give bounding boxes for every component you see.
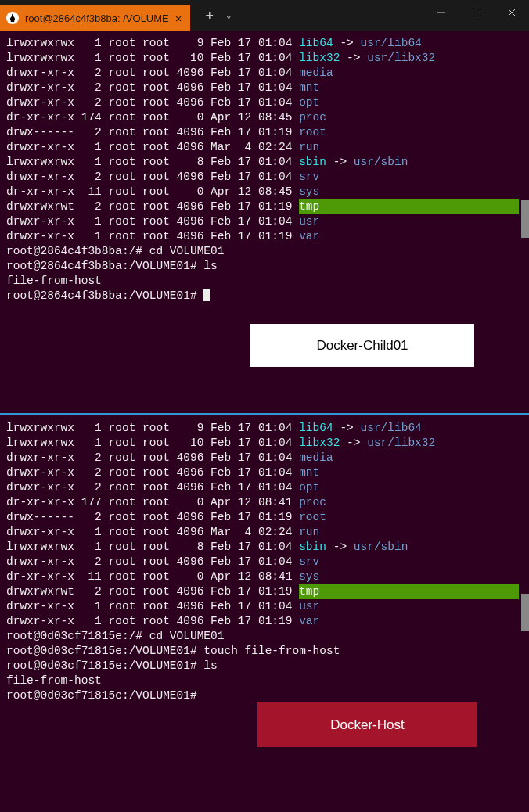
tab-dropdown-icon[interactable]: ⌄ bbox=[226, 9, 232, 23]
prompt-line: root@2864c4f3b8ba:/VOLUME01# bbox=[6, 289, 523, 304]
ls-row: lrwxrwxrwx 1 root root 9 Feb 17 01:04 li… bbox=[6, 421, 523, 436]
annotation-docker-host: Docker-Host bbox=[257, 702, 477, 747]
window-titlebar: root@2864c4f3b8ba: /VOLUME × + ⌄ bbox=[0, 0, 529, 31]
cursor bbox=[203, 289, 210, 301]
ls-row: drwxr-xr-x 1 root root 4096 Mar 4 02:24 … bbox=[6, 525, 523, 540]
ls-row: drwxr-xr-x 2 root root 4096 Feb 17 01:04… bbox=[6, 555, 523, 569]
ls-row: drwxrwxrwt 2 root root 4096 Feb 17 01:19… bbox=[6, 584, 523, 599]
ls-row: drwxr-xr-x 1 root root 4096 Feb 17 01:19… bbox=[6, 229, 523, 244]
ls-row: drwxr-xr-x 2 root root 4096 Feb 17 01:04… bbox=[6, 81, 523, 95]
ls-row: drwxr-xr-x 1 root root 4096 Feb 17 01:04… bbox=[6, 214, 523, 229]
ls-row: drwx------ 2 root root 4096 Feb 17 01:19… bbox=[6, 125, 523, 140]
scrollbar-thumb-bottom[interactable] bbox=[521, 594, 529, 631]
ls-row: lrwxrwxrwx 1 root root 10 Feb 17 01:04 l… bbox=[6, 436, 523, 451]
prompt-line: root@2864c4f3b8ba:/VOLUME01# ls bbox=[6, 259, 523, 274]
svg-rect-1 bbox=[473, 9, 480, 16]
ls-row: drwxr-xr-x 2 root root 4096 Feb 17 01:04… bbox=[6, 451, 523, 465]
ls-row: lrwxrwxrwx 1 root root 9 Feb 17 01:04 li… bbox=[6, 36, 523, 51]
prompt-line: root@2864c4f3b8ba:/# cd VOLUME01 bbox=[6, 244, 523, 259]
close-tab-icon[interactable]: × bbox=[175, 11, 182, 26]
command-output: file-from-host bbox=[6, 274, 523, 289]
linux-icon bbox=[6, 12, 19, 24]
ls-row: dr-xr-xr-x 11 root root 0 Apr 12 08:45 s… bbox=[6, 185, 523, 199]
ls-row: drwx------ 2 root root 4096 Feb 17 01:19… bbox=[6, 510, 523, 525]
ls-row: drwxrwxrwt 2 root root 4096 Feb 17 01:19… bbox=[6, 199, 523, 214]
prompt-line: root@0d03cf71815e:/# cd VOLUME01 bbox=[6, 629, 523, 644]
prompt-line: root@0d03cf71815e:/VOLUME01# ls bbox=[6, 659, 523, 674]
scrollbar-thumb-top[interactable] bbox=[521, 200, 529, 238]
ls-row: dr-xr-xr-x 11 root root 0 Apr 12 08:41 s… bbox=[6, 569, 523, 584]
ls-row: lrwxrwxrwx 1 root root 8 Feb 17 01:04 sb… bbox=[6, 155, 523, 170]
minimize-button[interactable] bbox=[423, 0, 459, 25]
ls-row: drwxr-xr-x 2 root root 4096 Feb 17 01:04… bbox=[6, 480, 523, 495]
ls-row: drwxr-xr-x 2 root root 4096 Feb 17 01:04… bbox=[6, 95, 523, 110]
ls-row: lrwxrwxrwx 1 root root 8 Feb 17 01:04 sb… bbox=[6, 540, 523, 555]
ls-row: drwxr-xr-x 1 root root 4096 Mar 4 02:24 … bbox=[6, 140, 523, 155]
new-tab-button[interactable]: + bbox=[206, 9, 214, 23]
ls-row: drwxr-xr-x 1 root root 4096 Feb 17 01:04… bbox=[6, 599, 523, 614]
prompt-line: root@0d03cf71815e:/VOLUME01# touch file-… bbox=[6, 644, 523, 659]
ls-row: lrwxrwxrwx 1 root root 10 Feb 17 01:04 l… bbox=[6, 51, 523, 66]
ls-row: dr-xr-xr-x 177 root root 0 Apr 12 08:41 … bbox=[6, 495, 523, 510]
close-window-button[interactable] bbox=[494, 0, 529, 25]
window-controls bbox=[423, 0, 529, 25]
command-output: file-from-host bbox=[6, 674, 523, 688]
maximize-button[interactable] bbox=[459, 0, 494, 25]
terminal-tab[interactable]: root@2864c4f3b8ba: /VOLUME × bbox=[0, 5, 190, 31]
ls-row: drwxr-xr-x 2 root root 4096 Feb 17 01:04… bbox=[6, 170, 523, 185]
annotation-docker-child: Docker-Child01 bbox=[250, 324, 474, 367]
ls-row: dr-xr-xr-x 174 root root 0 Apr 12 08:45 … bbox=[6, 110, 523, 125]
ls-row: drwxr-xr-x 2 root root 4096 Feb 17 01:04… bbox=[6, 465, 523, 480]
ls-row: drwxr-xr-x 2 root root 4096 Feb 17 01:04… bbox=[6, 66, 523, 81]
tab-title: root@2864c4f3b8ba: /VOLUME bbox=[25, 11, 169, 26]
ls-row: drwxr-xr-x 1 root root 4096 Feb 17 01:19… bbox=[6, 614, 523, 629]
terminal-pane-bottom[interactable]: lrwxrwxrwx 1 root root 9 Feb 17 01:04 li… bbox=[0, 416, 529, 812]
